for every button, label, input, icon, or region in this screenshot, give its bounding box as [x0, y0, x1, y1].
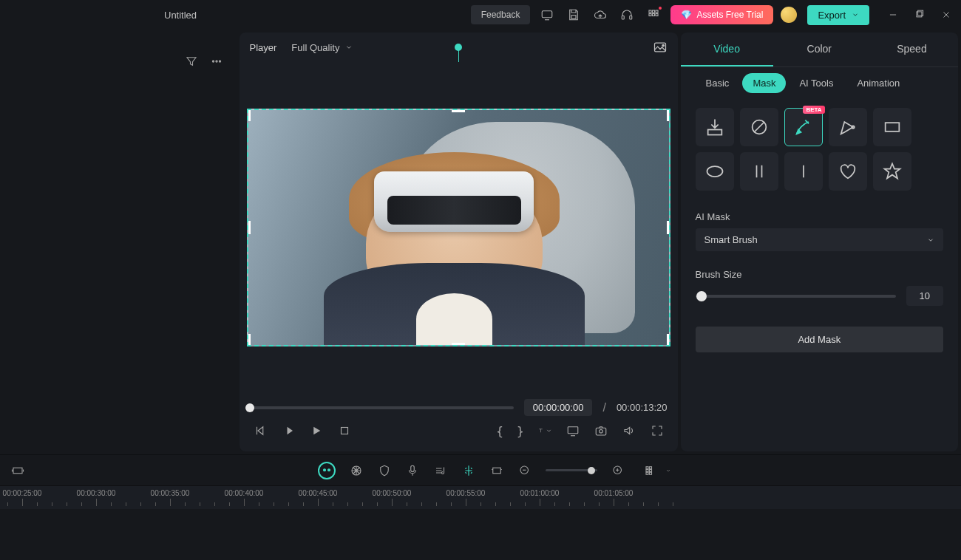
resize-handle[interactable] — [452, 109, 465, 112]
audio-track-icon[interactable] — [433, 463, 448, 478]
mask-star-icon[interactable] — [873, 152, 911, 191]
ai-mask-select[interactable]: Smart Brush — [696, 228, 943, 251]
subtab-mask[interactable]: Mask — [742, 73, 786, 93]
timeline-tracks[interactable] — [0, 509, 961, 560]
add-mask-button[interactable]: Add Mask — [696, 327, 943, 352]
timeline-aspect-icon[interactable] — [10, 463, 25, 478]
brush-size-value[interactable]: 10 — [906, 286, 943, 306]
more-icon[interactable] — [210, 55, 223, 68]
headphones-icon[interactable] — [620, 8, 634, 21]
minimize-button[interactable] — [887, 9, 899, 21]
tab-speed[interactable]: Speed — [866, 33, 958, 66]
svg-rect-37 — [650, 466, 652, 468]
preview-frame[interactable] — [247, 109, 670, 346]
mask-heart-icon[interactable] — [829, 152, 867, 191]
zoom-in-icon[interactable] — [611, 463, 625, 478]
mark-out-button[interactable]: } — [517, 424, 524, 438]
chevron-down-icon[interactable] — [665, 468, 671, 474]
mask-none-icon[interactable] — [740, 108, 778, 146]
svg-rect-9 — [656, 14, 658, 16]
cloud-upload-icon[interactable] — [594, 8, 607, 21]
brush-size-slider[interactable] — [696, 295, 896, 298]
svg-rect-17 — [341, 428, 347, 434]
track-view-icon[interactable] — [643, 463, 658, 478]
ruler-label: 00:01:05:00 — [594, 489, 634, 497]
export-button[interactable]: Export — [807, 5, 869, 25]
mask-rectangle-icon[interactable] — [873, 108, 911, 146]
ruler-label: 00:00:25:00 — [3, 489, 42, 497]
close-button[interactable] — [940, 9, 952, 21]
mark-in-button[interactable]: { — [496, 424, 503, 438]
resize-handle[interactable] — [667, 334, 670, 346]
timeline-ruler[interactable]: 00:00:25:0000:00:30:0000:00:35:0000:00:4… — [0, 485, 961, 509]
step-back-button[interactable] — [281, 423, 296, 438]
preview-content — [248, 110, 669, 345]
color-wheel-icon[interactable] — [349, 463, 364, 478]
resize-handle[interactable] — [667, 109, 670, 121]
ruler-label: 00:00:40:00 — [225, 489, 264, 497]
fullscreen-icon[interactable] — [650, 423, 665, 438]
stop-button[interactable] — [337, 423, 352, 438]
mic-icon[interactable] — [405, 463, 420, 478]
ruler-label: 00:00:30:00 — [77, 489, 116, 497]
maximize-button[interactable] — [914, 9, 926, 21]
current-time[interactable]: 00:00:00:00 — [524, 399, 593, 416]
export-label: Export — [818, 10, 846, 21]
subtab-basic[interactable]: Basic — [696, 73, 740, 93]
svg-rect-34 — [646, 466, 648, 468]
marker-icon[interactable] — [461, 463, 476, 478]
scrub-slider[interactable] — [250, 406, 514, 409]
total-time: 00:00:13:20 — [617, 402, 668, 413]
mask-pen-icon[interactable] — [829, 108, 867, 146]
play-button[interactable] — [309, 423, 324, 438]
ruler-label: 00:00:50:00 — [373, 489, 412, 497]
resize-handle[interactable] — [452, 343, 465, 346]
svg-rect-3 — [630, 16, 632, 20]
resize-handle[interactable] — [247, 334, 251, 346]
assets-trial-button[interactable]: 💎 Assets Free Trial — [670, 5, 773, 24]
player-label: Player — [250, 42, 277, 53]
resize-handle[interactable] — [247, 221, 251, 234]
svg-point-12 — [212, 61, 214, 62]
project-title: Untitled — [164, 10, 197, 21]
zoom-slider[interactable] — [546, 469, 597, 471]
profile-badge-icon[interactable] — [781, 7, 797, 23]
subtab-ai-tools[interactable]: AI Tools — [789, 73, 843, 93]
ai-tool-icon[interactable] — [318, 462, 336, 479]
gem-icon: 💎 — [681, 10, 692, 20]
tab-video[interactable]: Video — [681, 33, 773, 66]
camera-icon[interactable] — [594, 423, 608, 438]
mask-import-icon[interactable] — [696, 108, 734, 146]
feedback-button[interactable]: Feedback — [471, 5, 531, 24]
display-mode-icon[interactable] — [566, 423, 580, 438]
svg-rect-2 — [622, 16, 625, 20]
timeline-toolbar — [0, 454, 961, 485]
resize-handle[interactable] — [247, 109, 251, 121]
zoom-out-icon[interactable] — [517, 463, 532, 478]
svg-rect-24 — [885, 123, 899, 132]
tab-color[interactable]: Color — [773, 33, 866, 66]
prev-frame-button[interactable] — [253, 423, 268, 438]
filter-icon[interactable] — [185, 55, 198, 68]
text-tool-icon[interactable] — [537, 423, 552, 438]
volume-icon[interactable] — [622, 423, 636, 438]
snapshot-icon[interactable] — [653, 40, 668, 55]
quality-value: Full Quality — [291, 42, 339, 53]
shield-icon[interactable] — [377, 463, 392, 478]
quality-select[interactable]: Full Quality — [291, 42, 353, 53]
svg-rect-39 — [650, 472, 652, 474]
ruler-label: 00:00:35:00 — [151, 489, 190, 497]
display-icon[interactable] — [540, 8, 554, 21]
apps-icon[interactable] — [647, 8, 660, 21]
svg-rect-18 — [568, 427, 578, 434]
mask-linear-right-icon[interactable] — [784, 152, 823, 191]
svg-rect-4 — [649, 10, 651, 13]
save-icon[interactable] — [567, 8, 580, 21]
subtab-animation[interactable]: Animation — [846, 73, 910, 93]
mask-brush-icon[interactable]: BETA — [784, 108, 823, 146]
resize-handle[interactable] — [667, 221, 670, 234]
time-separator: / — [602, 401, 605, 414]
mask-ellipse-icon[interactable] — [696, 152, 734, 191]
crop-icon[interactable] — [489, 463, 504, 478]
mask-linear-left-icon[interactable] — [740, 152, 778, 191]
